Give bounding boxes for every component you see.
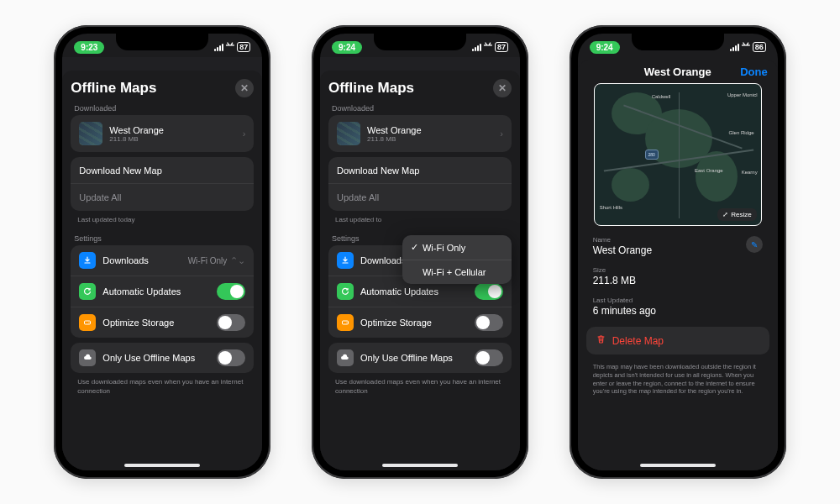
town-label: Glen Ridge bbox=[729, 130, 754, 135]
battery-icon: 87 bbox=[495, 42, 508, 52]
storage-icon bbox=[79, 314, 96, 331]
checkmark-icon: ✓ bbox=[411, 242, 423, 253]
home-indicator[interactable] bbox=[640, 464, 716, 467]
downloads-value: Wi-Fi Only bbox=[188, 256, 228, 265]
signal-icon bbox=[214, 44, 223, 51]
notch bbox=[116, 34, 208, 50]
town-label: Short Hills bbox=[600, 205, 622, 210]
only-offline-toggle[interactable] bbox=[475, 349, 503, 366]
map-name: West Orange bbox=[367, 125, 500, 135]
done-button[interactable]: Done bbox=[734, 66, 768, 78]
wifi-icon: 䒑 bbox=[226, 41, 234, 53]
downloads-row[interactable]: Downloads Wi-Fi Only ⌃⌄ bbox=[71, 245, 254, 276]
optimize-storage-row: Optimize Storage bbox=[328, 307, 512, 338]
wifi-icon: 䒑 bbox=[484, 41, 492, 53]
download-icon bbox=[79, 252, 96, 269]
home-indicator[interactable] bbox=[382, 464, 458, 467]
close-button[interactable]: ✕ bbox=[235, 79, 254, 97]
svg-point-3 bbox=[346, 323, 347, 323]
only-offline-row: Only Use Offline Maps bbox=[71, 343, 254, 373]
updown-icon: ⌃⌄ bbox=[230, 255, 245, 266]
only-offline-toggle[interactable] bbox=[217, 349, 245, 366]
map-name: West Orange bbox=[109, 125, 242, 135]
chevron-right-icon: › bbox=[243, 129, 246, 139]
offline-maps-sheet: Offline Maps ✕ Downloaded West Orange 21… bbox=[320, 71, 520, 470]
home-indicator[interactable] bbox=[124, 464, 200, 467]
map-thumbnail-icon bbox=[337, 122, 360, 145]
signal-icon bbox=[730, 44, 739, 51]
town-label: East Orange bbox=[695, 168, 723, 173]
automatic-updates-toggle[interactable] bbox=[475, 283, 503, 300]
chevron-right-icon: › bbox=[500, 129, 503, 139]
disclaimer-text: This map may have been downloaded outsid… bbox=[586, 358, 769, 401]
town-label: Upper Montcl bbox=[727, 92, 758, 97]
map-preview[interactable]: 280 Caldwell Upper Montcl Glen Ridge Eas… bbox=[594, 83, 762, 226]
settings-section-label: Settings bbox=[74, 234, 250, 243]
town-label: Caldwell bbox=[652, 94, 671, 99]
delete-map-button[interactable]: Delete Map bbox=[586, 327, 769, 354]
time-pill: 9:23 bbox=[74, 41, 104, 54]
optimize-storage-row: Optimize Storage bbox=[71, 307, 254, 338]
optimize-storage-toggle[interactable] bbox=[475, 314, 503, 331]
battery-icon: 87 bbox=[237, 42, 250, 52]
automatic-updates-toggle[interactable] bbox=[217, 283, 245, 300]
notch bbox=[632, 34, 724, 50]
popover-wifi-cellular[interactable]: Wi-Fi + Cellular bbox=[402, 260, 512, 284]
trash-icon bbox=[596, 334, 606, 347]
resize-button[interactable]: ⤢ Resize bbox=[717, 208, 756, 221]
download-new-map-button[interactable]: Download New Map bbox=[328, 157, 512, 184]
battery-icon: 86 bbox=[753, 42, 766, 52]
screen-3: 9:24 䒑 86 West Orange Done 280 bbox=[578, 34, 778, 470]
time-pill: 9:24 bbox=[590, 41, 620, 54]
cloud-slash-icon bbox=[337, 349, 354, 366]
screen-2: 9:24 䒑 87 Offline Maps ✕ Downloaded West… bbox=[320, 34, 520, 470]
map-thumbnail-icon bbox=[79, 122, 102, 145]
update-all-button[interactable]: Update All bbox=[71, 184, 254, 211]
time-pill: 9:24 bbox=[332, 41, 362, 54]
phone-frame-1: 9:23 䒑 87 Offline Maps ✕ Downloaded West… bbox=[54, 25, 270, 479]
refresh-icon bbox=[337, 283, 354, 300]
size-row: Size 211.8 MB bbox=[586, 263, 769, 293]
detail-title: West Orange bbox=[622, 66, 734, 78]
close-button[interactable]: ✕ bbox=[493, 79, 512, 97]
map-row-west-orange[interactable]: West Orange 211.8 MB › bbox=[71, 115, 254, 152]
offline-footer-note: Use downloaded maps even when you have a… bbox=[71, 373, 254, 401]
svg-point-1 bbox=[89, 323, 90, 323]
downloads-popover: ✓ Wi-Fi Only Wi-Fi + Cellular bbox=[402, 235, 512, 284]
map-size: 211.8 MB bbox=[367, 135, 500, 143]
screen-1: 9:23 䒑 87 Offline Maps ✕ Downloaded West… bbox=[62, 34, 262, 470]
resize-icon: ⤢ bbox=[722, 211, 728, 218]
phone-frame-3: 9:24 䒑 86 West Orange Done 280 bbox=[570, 25, 786, 479]
map-row-west-orange[interactable]: West Orange 211.8 MB › bbox=[328, 115, 512, 152]
refresh-icon bbox=[79, 283, 96, 300]
page-title: Offline Maps bbox=[71, 80, 156, 97]
offline-footer-note: Use downloaded maps even when you have a… bbox=[328, 373, 512, 401]
downloaded-section-label: Downloaded bbox=[332, 104, 508, 113]
offline-maps-sheet: Offline Maps ✕ Downloaded West Orange 21… bbox=[62, 71, 262, 470]
downloaded-section-label: Downloaded bbox=[74, 104, 250, 113]
wifi-icon: 䒑 bbox=[742, 41, 750, 53]
map-detail-sheet: West Orange Done 280 Caldwell Upper Mont… bbox=[578, 60, 778, 470]
only-offline-row: Only Use Offline Maps bbox=[328, 343, 512, 373]
notch bbox=[374, 34, 466, 50]
name-row: ✎ Name West Orange bbox=[586, 233, 769, 263]
edit-name-button[interactable]: ✎ bbox=[746, 236, 763, 253]
signal-icon bbox=[472, 44, 481, 51]
last-updated-text: Last updated today bbox=[71, 211, 254, 229]
storage-icon bbox=[337, 314, 354, 331]
page-title: Offline Maps bbox=[328, 80, 414, 97]
last-updated-text: Last updated to bbox=[328, 211, 512, 229]
automatic-updates-row: Automatic Updates bbox=[71, 276, 254, 307]
town-label: Kearny bbox=[742, 170, 758, 175]
update-all-button[interactable]: Update All bbox=[328, 184, 512, 211]
phone-frame-2: 9:24 䒑 87 Offline Maps ✕ Downloaded West… bbox=[312, 25, 528, 479]
map-size: 211.8 MB bbox=[109, 135, 242, 143]
last-updated-row: Last Updated 6 minutes ago bbox=[586, 293, 769, 323]
download-icon bbox=[337, 252, 354, 269]
popover-wifi-only[interactable]: ✓ Wi-Fi Only bbox=[402, 235, 512, 260]
optimize-storage-toggle[interactable] bbox=[217, 314, 245, 331]
download-new-map-button[interactable]: Download New Map bbox=[71, 157, 254, 184]
cloud-slash-icon bbox=[79, 349, 96, 366]
